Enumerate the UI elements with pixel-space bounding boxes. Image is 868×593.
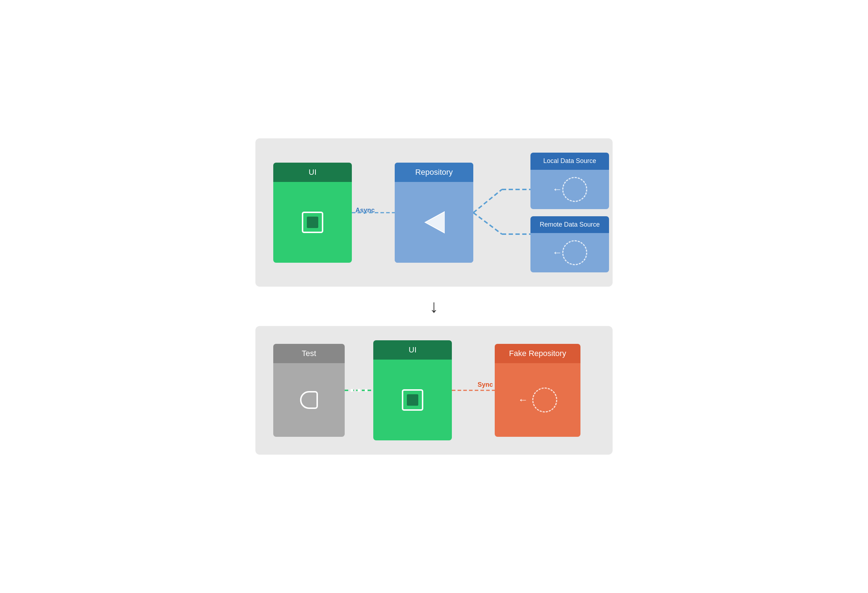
test-block: Test <box>273 344 345 437</box>
fake-repo-block: Fake Repository ← <box>495 344 580 437</box>
data-sources: Local Data Source ← Remote Data Source ← <box>530 152 609 272</box>
svg-line-2 <box>473 189 502 213</box>
fake-repo-arrow-left: ← <box>518 394 528 406</box>
diagram-container: UI Async Repository <box>255 138 613 455</box>
svg-point-7 <box>350 389 353 392</box>
fake-repo-label: Fake Repository <box>495 344 580 363</box>
sync-label: Sync <box>478 381 493 389</box>
local-dashed-circle <box>562 177 587 202</box>
svg-marker-1 <box>425 211 445 233</box>
d-shape-icon <box>300 391 318 409</box>
ui-to-fakerepo-line <box>452 344 495 437</box>
branching-lines-svg <box>473 163 530 263</box>
repo-to-sources-connector <box>473 163 530 263</box>
down-arrow: ↓ <box>430 297 438 315</box>
fake-repo-body: ← <box>495 363 580 437</box>
test-label: Test <box>273 344 345 363</box>
ui-label-top: UI <box>273 163 352 182</box>
local-arrow-left-icon: ← <box>552 184 562 195</box>
ui-block-bottom: UI <box>373 340 452 441</box>
local-source-label: Local Data Source <box>530 152 609 169</box>
remote-data-source-block: Remote Data Source ← <box>530 216 609 272</box>
ui-square-inner-bottom <box>407 394 418 406</box>
ui-to-repo-line <box>352 163 395 263</box>
ui-square-icon <box>302 211 323 233</box>
top-diagram: UI Async Repository <box>255 138 613 287</box>
repo-body <box>395 182 473 263</box>
local-data-source-block: Local Data Source ← <box>530 152 609 209</box>
ui-square-icon-bottom <box>402 389 423 411</box>
remote-source-label: Remote Data Source <box>530 216 609 233</box>
test-to-ui-connector <box>345 344 373 437</box>
remote-source-body: ← <box>530 233 609 272</box>
test-to-ui-line <box>345 344 373 437</box>
ui-to-fakerepo-connector: Sync <box>452 344 495 437</box>
ui-body-top <box>273 182 352 263</box>
repo-label: Repository <box>395 163 473 182</box>
test-body <box>273 363 345 437</box>
svg-point-8 <box>357 389 360 392</box>
remote-arrow-left-icon: ← <box>552 247 562 259</box>
ui-block-top: UI <box>273 163 352 263</box>
local-source-body: ← <box>530 170 609 209</box>
ui-square-inner <box>307 217 318 228</box>
ui-body-bottom <box>373 359 452 441</box>
svg-point-9 <box>365 389 368 392</box>
repo-block: Repository <box>395 163 473 263</box>
remote-dashed-circle <box>562 240 587 265</box>
fake-repo-dashed-circle <box>532 387 557 413</box>
bottom-diagram: Test UI <box>255 326 613 455</box>
svg-line-4 <box>473 213 502 234</box>
ui-label-bottom: UI <box>373 340 452 359</box>
repo-triangle-icon <box>423 208 445 237</box>
